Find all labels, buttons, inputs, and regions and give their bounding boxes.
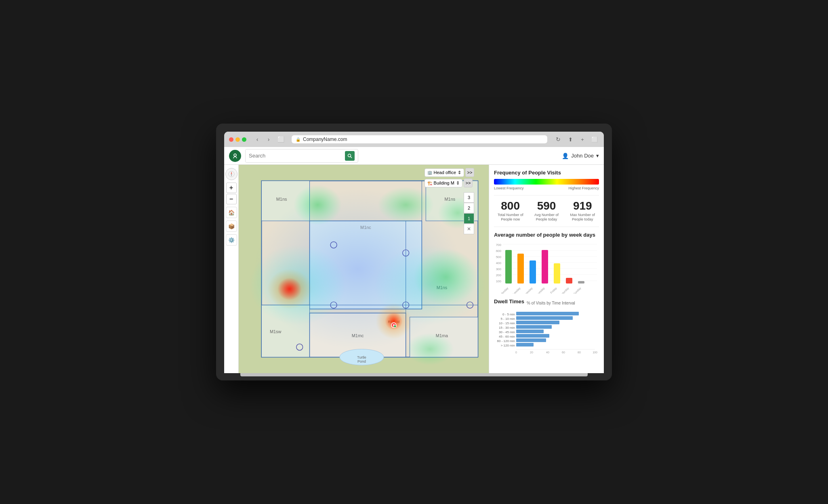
building-expand-btn[interactable]: >> (464, 178, 473, 187)
svg-marker-4 (231, 172, 232, 174)
layers-button[interactable]: 📦 (226, 220, 237, 232)
svg-text:300: 300 (496, 267, 502, 271)
user-dropdown-icon: ▾ (596, 153, 599, 159)
svg-text:Wednesday: Wednesday (521, 286, 534, 294)
avg-chart-title: Average number of people by week days (494, 232, 599, 238)
svg-rect-67 (542, 250, 548, 284)
close-floor-button[interactable]: ✕ (464, 224, 474, 234)
svg-rect-66 (530, 260, 536, 284)
zoom-controls: + − (226, 183, 237, 204)
svg-text:400: 400 (496, 261, 502, 265)
svg-rect-64 (505, 250, 512, 284)
svg-text:100: 100 (496, 279, 502, 283)
svg-text:600: 600 (496, 249, 502, 253)
svg-rect-69 (566, 278, 572, 284)
svg-text:45 - 60 min: 45 - 60 min (499, 335, 515, 338)
tabs-button[interactable]: ⬜ (590, 135, 599, 144)
reload-button[interactable]: ↻ (554, 135, 563, 144)
svg-text:40: 40 (546, 351, 549, 354)
building-dropdown-arrows: ⇕ (456, 181, 460, 186)
stat-avg-label: Avg Number ofPeople today (530, 213, 563, 222)
browser-navigation: ‹ › (253, 135, 273, 144)
laptop-bottom-bar (240, 373, 588, 376)
zoom-out-button[interactable]: − (226, 194, 237, 204)
search-button[interactable] (345, 151, 355, 161)
svg-rect-93 (516, 343, 534, 346)
browser-chrome: ‹ › ⬜ 🔒 CompanyName.com ↻ ⬆ + ⬜ (224, 132, 604, 373)
office-icon: 🏢 (427, 170, 432, 175)
forward-button[interactable]: › (264, 135, 273, 144)
share-button[interactable]: ⬆ (566, 135, 575, 144)
legend-labels: Lowest Frequency Highest Frequency (494, 186, 599, 190)
floor-1-button[interactable]: 1 (464, 213, 474, 224)
stat-max: 919 Max Number ofPeople today (566, 200, 599, 222)
svg-text:Tuesday: Tuesday (511, 286, 521, 294)
floor-2-button[interactable]: 2 (464, 203, 474, 213)
legend-high-label: Highest Frequency (568, 186, 599, 190)
office-dropdown[interactable]: 🏢 Head office ⇕ (425, 168, 464, 177)
divider-2 (494, 227, 599, 227)
minimize-window-btn[interactable] (235, 137, 240, 142)
maximize-window-btn[interactable] (242, 137, 246, 142)
svg-text:700: 700 (496, 243, 502, 247)
svg-text:Saturday: Saturday (559, 286, 570, 294)
close-window-btn[interactable] (229, 137, 233, 142)
svg-point-41 (414, 249, 478, 305)
settings-button[interactable]: ⚙️ (226, 234, 237, 246)
office-label: Head office (434, 170, 456, 175)
user-icon: 👤 (562, 153, 569, 159)
office-dropdown-arrows: ⇕ (458, 170, 461, 175)
avg-chart-section: Average number of people by week days 70… (494, 232, 599, 294)
office-expand-btn[interactable]: >> (465, 168, 474, 177)
building-dropdown[interactable]: 🏗️ Building M ⇕ (425, 179, 462, 187)
stat-avg-value: 590 (530, 200, 563, 212)
right-panel: Frequency of People Visits Lowest Freque… (489, 165, 604, 373)
svg-point-49 (394, 325, 396, 328)
top-bar: 👤 John Doe ▾ (224, 147, 604, 165)
svg-rect-91 (516, 338, 546, 342)
browser-titlebar: ‹ › ⬜ 🔒 CompanyName.com ↻ ⬆ + ⬜ (224, 132, 604, 147)
svg-text:200: 200 (496, 273, 502, 277)
floor-3-button[interactable]: 3 (464, 192, 474, 203)
svg-rect-89 (516, 334, 549, 338)
svg-point-0 (234, 154, 236, 156)
home-button[interactable]: 🏠 (226, 207, 237, 218)
svg-text:60 - 120 min: 60 - 120 min (497, 339, 515, 343)
map-area[interactable]: M1ns M1ns M1sw M1nc M1ns M1ma M1mc Turtl… (239, 165, 489, 373)
url-text: CompanyName.com (303, 136, 347, 142)
svg-rect-85 (516, 325, 552, 329)
stat-max-value: 919 (566, 200, 599, 212)
svg-rect-70 (578, 281, 584, 284)
zoom-in-button[interactable]: + (226, 183, 237, 193)
svg-text:Turtle: Turtle (357, 355, 366, 359)
user-area[interactable]: 👤 John Doe ▾ (562, 153, 599, 159)
svg-rect-87 (516, 330, 544, 333)
svg-text:> 120 min: > 120 min (501, 344, 515, 347)
stat-avg: 590 Avg Number ofPeople today (530, 200, 563, 222)
stat-total: 800 Total Number ofPeople now (494, 200, 527, 222)
stats-row: 800 Total Number ofPeople now 590 Avg Nu… (494, 200, 599, 222)
new-tab-button[interactable]: + (578, 135, 587, 144)
svg-text:M1ns: M1ns (276, 197, 287, 202)
svg-text:Sunday: Sunday (573, 286, 582, 294)
map-background: M1ns M1ns M1sw M1nc M1ns M1ma M1mc Turtl… (239, 165, 489, 373)
back-button[interactable]: ‹ (253, 135, 262, 144)
main-content: + − 🏠 📦 ⚙️ (224, 165, 604, 373)
app-container: 👤 John Doe ▾ + (224, 147, 604, 373)
dwell-title: Dwell Times (494, 298, 524, 304)
svg-rect-68 (554, 263, 560, 284)
floor-selector-panel: 🏢 Head office ⇕ >> 🏗️ Building M ⇕ (425, 168, 474, 187)
search-input[interactable] (249, 153, 345, 159)
sidebar-toggle-button[interactable]: ⬜ (276, 135, 285, 144)
browser-actions: ⬆ + ⬜ (566, 135, 599, 144)
compass-button[interactable] (225, 168, 237, 180)
lock-icon: 🔒 (296, 137, 301, 142)
floor-number-buttons: 3 2 1 ✕ (464, 192, 474, 234)
svg-text:M1sw: M1sw (270, 329, 282, 334)
search-bar[interactable] (245, 149, 358, 163)
dwell-chart-svg: 0 - 5 min 5 - 10 min 10 - 15 min 15 - 30… (494, 311, 599, 363)
address-bar[interactable]: 🔒 CompanyName.com (292, 135, 547, 143)
svg-rect-81 (516, 316, 573, 320)
divider-1 (494, 195, 599, 195)
bar-chart-svg: 700 600 500 400 300 200 100 (494, 241, 599, 294)
